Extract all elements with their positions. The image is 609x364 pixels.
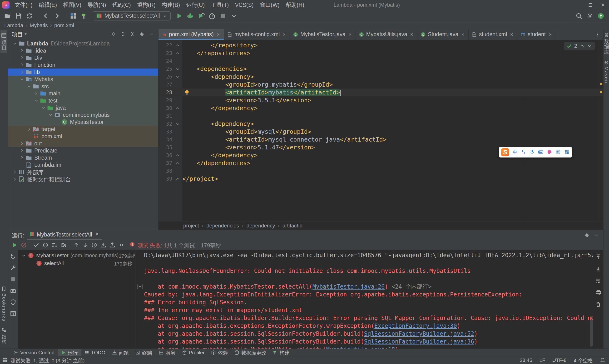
code-line[interactable]: 33 <groupId>mysql</groupId> <box>159 128 603 136</box>
project-tree-item[interactable]: com.imooc.mybatis <box>8 111 158 118</box>
emoji-input-button[interactable] <box>556 149 561 155</box>
fold-marker-icon[interactable] <box>173 151 182 159</box>
code-line[interactable]: 24 <box>159 57 603 65</box>
xml-breadcrumb-item[interactable]: dependency <box>247 223 275 229</box>
close-tab-icon[interactable] <box>282 32 287 37</box>
xml-breadcrumb-item[interactable]: artifactId <box>282 223 303 229</box>
menu-item[interactable]: 构建(B) <box>159 0 183 10</box>
menu-item[interactable]: 导航(N) <box>84 0 109 10</box>
stack-trace-link[interactable]: SqlSessionFactoryBuilder.java:52 <box>364 330 474 337</box>
editor-tab[interactable]: CMybatisTestor.java <box>290 29 356 40</box>
tool-stripe-bookmarks[interactable]: Bookmarks <box>0 283 7 324</box>
editor-tab[interactable]: </>student.xml <box>469 29 517 40</box>
project-tree-item[interactable]: main <box>8 90 158 97</box>
breadcrumb-item[interactable]: Lambda <box>4 22 23 28</box>
twisty-right-icon[interactable] <box>33 91 40 96</box>
back-button[interactable] <box>41 11 51 21</box>
expand-all-button[interactable] <box>119 30 127 38</box>
profiler-button[interactable] <box>207 11 217 21</box>
virtual-keyboard-button[interactable] <box>538 149 543 155</box>
menu-item[interactable]: VCS(S) <box>232 0 257 10</box>
code-line[interactable]: 37 </dependencies> <box>159 159 603 167</box>
more-actions-button[interactable] <box>117 241 126 249</box>
tool-window-button[interactable]: 构建 <box>270 349 292 356</box>
close-tab-icon[interactable] <box>348 32 352 37</box>
sort-by-duration-button[interactable] <box>59 241 68 249</box>
next-problem-button[interactable] <box>587 43 592 49</box>
project-tree-item[interactable]: out <box>8 140 158 147</box>
menu-item[interactable]: 工具(T) <box>208 0 232 10</box>
soft-wrap-button[interactable] <box>594 276 603 285</box>
menu-item[interactable]: 帮助(H) <box>283 0 307 10</box>
tool-stripe-structure[interactable]: 结构 <box>0 324 7 348</box>
project-tree-item[interactable]: Predicate <box>8 147 158 154</box>
code-line[interactable]: 38 <box>159 167 603 175</box>
twisty-right-icon[interactable] <box>18 48 26 53</box>
tool-window-button[interactable]: 服务 <box>156 349 178 356</box>
close-tab-icon[interactable] <box>94 232 99 237</box>
twisty-right-icon[interactable] <box>18 148 26 153</box>
next-occurrence-button[interactable] <box>594 264 603 273</box>
tool-window-button[interactable]: 运行 <box>58 349 81 356</box>
close-tab-icon[interactable] <box>216 32 221 37</box>
project-tree-item[interactable]: 外部库 <box>8 169 158 176</box>
open-button[interactable] <box>3 11 12 21</box>
twisty-right-icon[interactable] <box>11 177 18 182</box>
code-line[interactable]: 31 <box>159 112 603 120</box>
twisty-down-icon[interactable] <box>20 253 28 258</box>
previous-failed-test-button[interactable] <box>72 241 81 249</box>
stack-trace-link[interactable]: MybatisTestor.java:26 <box>312 283 384 290</box>
project-tree-item[interactable]: src <box>8 83 158 90</box>
code-line[interactable]: 29 <version>3.5.1</version> <box>159 96 603 104</box>
ide-update-button[interactable] <box>596 11 606 21</box>
fold-marker-icon[interactable] <box>173 159 182 167</box>
twisty-down-icon[interactable] <box>40 105 47 110</box>
twisty-right-icon[interactable] <box>18 155 26 160</box>
panel-settings-button[interactable] <box>138 30 146 38</box>
next-failed-test-button[interactable] <box>81 241 90 249</box>
fold-marker-icon[interactable] <box>173 65 182 73</box>
stop-button[interactable] <box>218 11 228 21</box>
tool-window-button[interactable]: Version Control <box>11 349 58 356</box>
caret-position-widget[interactable]: 28:45 <box>520 357 532 363</box>
sogou-toolbox-button[interactable] <box>564 149 570 155</box>
edit-configuration-button[interactable] <box>9 263 18 273</box>
prev-problem-button[interactable] <box>580 43 585 49</box>
tool-window-button[interactable]: Profiler <box>179 349 208 356</box>
tool-stripe-project[interactable]: 项目 <box>0 30 7 53</box>
rerun-tests-button[interactable] <box>10 241 19 249</box>
run-button[interactable] <box>174 11 184 21</box>
show-passed-button[interactable] <box>32 241 41 249</box>
twisty-right-icon[interactable] <box>18 141 26 146</box>
breadcrumb-item[interactable]: pom.xml <box>54 22 74 28</box>
project-structure-button[interactable] <box>68 11 78 21</box>
search-everywhere-button[interactable] <box>574 11 584 21</box>
twisty-right-icon[interactable] <box>18 55 26 60</box>
stop-disabled-button[interactable] <box>9 275 18 284</box>
twisty-right-icon[interactable] <box>11 170 18 174</box>
export-test-results-button[interactable] <box>108 241 117 249</box>
expand-fold-icon[interactable]: + <box>137 284 143 289</box>
tool-window-button[interactable]: 终端 <box>132 349 155 356</box>
punctuation-button[interactable] <box>521 149 526 155</box>
project-tree-item[interactable]: test <box>8 97 158 104</box>
project-tree-item[interactable]: 临时文件和控制台 <box>8 176 158 183</box>
maximize-button[interactable] <box>584 0 597 10</box>
print-button[interactable] <box>594 288 603 297</box>
synchronize-button[interactable] <box>25 11 34 21</box>
menu-item[interactable]: 运行(U) <box>183 0 208 10</box>
menu-item[interactable]: 文件(F) <box>12 0 36 10</box>
sort-alphabetically-button[interactable] <box>50 241 59 249</box>
hide-panel-button[interactable] <box>592 231 600 239</box>
project-tree-item[interactable]: Lambda.iml <box>8 161 158 169</box>
editor-tab[interactable]: mpom.xml (Mybatis) <box>159 29 224 40</box>
close-tab-icon[interactable] <box>461 32 465 37</box>
project-tree-item[interactable]: CMybatisTestor <box>8 118 158 126</box>
twisty-down-icon[interactable] <box>26 84 33 89</box>
fold-marker-icon[interactable] <box>173 120 182 128</box>
close-tab-icon[interactable] <box>409 32 414 37</box>
show-ignored-button[interactable] <box>41 241 50 249</box>
tool-window-button[interactable]: TODO <box>81 349 108 356</box>
project-tree-item[interactable]: target <box>8 126 158 133</box>
stack-trace-link[interactable]: ExceptionFactory.java:30 <box>374 323 457 329</box>
